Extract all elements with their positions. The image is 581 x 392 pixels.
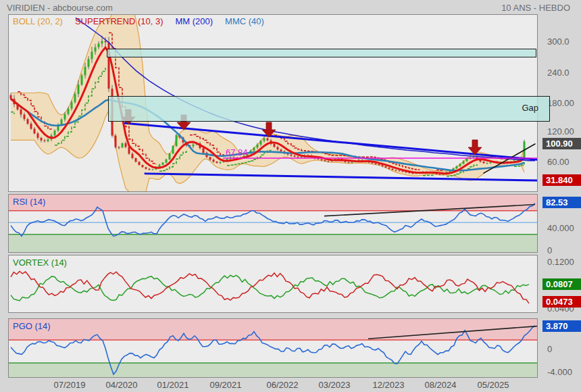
price-level-label: 67.84	[226, 147, 248, 157]
vortex-title: VORTEX (14)	[13, 258, 67, 268]
time-label-01/2021: 01/2021	[153, 380, 193, 390]
timeframe-label: 10 ANS - HEBDO	[501, 3, 570, 13]
rsi-title: RSI (14)	[13, 197, 45, 207]
price-label-240.0: 240.0	[547, 68, 570, 78]
price-label-31.840: 31.840	[542, 174, 581, 186]
pgo-title: PGO (14)	[13, 321, 51, 331]
pgo-tick-0: 0	[547, 344, 552, 354]
gap-label: Gap	[522, 103, 538, 113]
time-label-07/2019: 07/2019	[49, 380, 90, 390]
rsi-chart	[9, 195, 537, 252]
instrument-title: VIRIDIEN - abcbourse.com	[7, 3, 113, 13]
pgo-chart	[9, 319, 537, 377]
price-label-180.00: 180.00	[547, 98, 574, 108]
vortex-value-label-0.0807: 0.0807	[542, 278, 581, 290]
time-label-05/2025: 05/2025	[473, 380, 513, 390]
gap-box-lower: Gap	[108, 96, 550, 122]
rsi-panel: RSI (14)	[8, 194, 538, 253]
indicator-legend: BOLL (20, 2)SUPERTREND (10, 3)MM (200)MM…	[13, 16, 264, 26]
time-label-12/2023: 12/2023	[368, 380, 409, 390]
vortex-panel: VORTEX (14)	[8, 255, 538, 313]
legend-item-2: MM (200)	[175, 16, 213, 26]
price-label-60.00: 60.00	[547, 157, 570, 167]
time-label-09/2021: 09/2021	[205, 380, 246, 390]
price-label-100.90: 100.90	[542, 138, 581, 149]
legend-item-1: SUPERTREND (10, 3)	[75, 16, 163, 26]
price-label-120.00: 120.00	[547, 126, 574, 137]
time-label-04/2020: 04/2020	[101, 380, 142, 390]
legend-item-0: BOLL (20, 2)	[13, 16, 63, 26]
price-label-300.0: 300.0	[547, 36, 570, 47]
vortex-chart	[9, 255, 537, 312]
rsi-value-label: 82.53	[542, 197, 581, 208]
gap-box-upper	[107, 49, 536, 57]
rsi-tick-40.000: 40.000	[547, 223, 574, 233]
time-label-08/2024: 08/2024	[420, 380, 461, 390]
vortex-value-label-0.0473: 0.0473	[542, 296, 581, 308]
time-label-06/2022: 06/2022	[262, 380, 303, 390]
rsi-tick-0: 0	[547, 245, 552, 255]
pgo-panel: PGO (14)	[8, 318, 538, 378]
pgo-tick--4.000: -4.000	[547, 367, 572, 377]
vortex-tick-0.1200: 0.1200	[547, 257, 574, 267]
legend-item-3: MMC (40)	[225, 16, 264, 26]
time-label-03/2023: 03/2023	[314, 380, 355, 390]
chart-page: VIRIDIEN - abcbourse.com 10 ANS - HEBDO …	[0, 0, 581, 392]
pgo-value-label: 3.870	[542, 320, 581, 332]
